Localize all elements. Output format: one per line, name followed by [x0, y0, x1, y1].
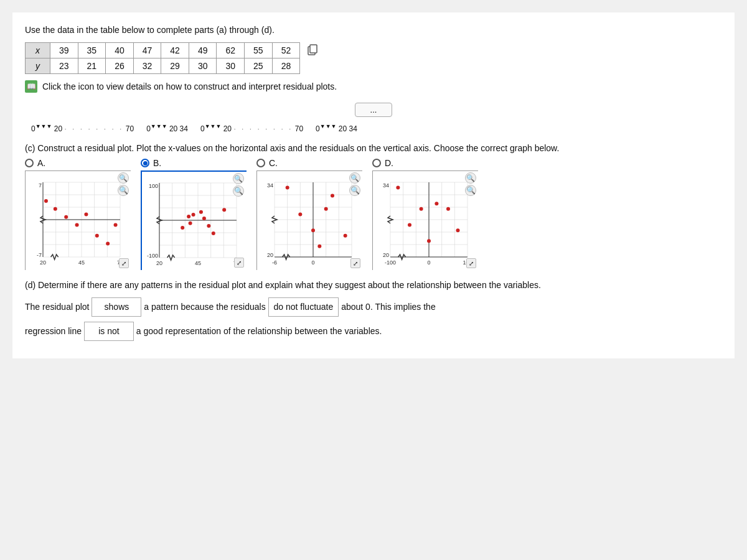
- expand-d-icon[interactable]: ⤢: [466, 258, 476, 268]
- radio-a[interactable]: [25, 159, 34, 167]
- x6: 49: [189, 43, 217, 58]
- zoom-in-b-icon[interactable]: 🔍: [233, 173, 244, 184]
- x3: 40: [106, 43, 134, 58]
- option-b-label[interactable]: B.: [141, 158, 161, 168]
- graph-c-container: 🔍 🔍 ⤢: [256, 170, 362, 270]
- graph-c-canvas: [257, 171, 363, 271]
- expand-a-icon[interactable]: ⤢: [119, 258, 129, 268]
- option-b: B. 🔍 🔍 ⤢: [141, 158, 247, 270]
- copy-icon[interactable]: [300, 43, 325, 58]
- do-not-fluctuate-fill[interactable]: do not fluctuate: [268, 297, 339, 317]
- option-a-label[interactable]: A.: [25, 158, 45, 168]
- option-b-text: B.: [153, 158, 161, 168]
- zoom-out-c-icon[interactable]: 🔍: [349, 185, 360, 196]
- radio-d[interactable]: [372, 159, 381, 167]
- data-table: x 39 35 40 47 42 49 62 55 52 y 23 21 26 …: [25, 42, 325, 74]
- residual-pre-1: The residual plot: [25, 302, 90, 312]
- zoom-in-d-icon[interactable]: 🔍: [465, 172, 476, 184]
- main-instruction: Use the data in the table below to compl…: [25, 25, 722, 35]
- graph-b-container: 🔍 🔍 ⤢: [141, 170, 247, 270]
- zoom-in-a-icon[interactable]: 🔍: [118, 172, 129, 184]
- x7: 62: [217, 43, 245, 58]
- zoom-out-a-icon[interactable]: 🔍: [118, 185, 129, 196]
- y2: 21: [78, 58, 106, 74]
- graph-a-canvas: [26, 171, 131, 271]
- y4: 32: [133, 58, 161, 74]
- residual-post-2: a good representation of the relationshi…: [136, 326, 382, 336]
- axis-seg-1: 0▼▼▼ 20 · · · · · · · · 70: [31, 123, 134, 133]
- residual-mid-1: a pattern because the residuals: [144, 302, 265, 312]
- x5: 42: [161, 43, 189, 58]
- x2: 35: [78, 43, 106, 58]
- y6: 30: [189, 58, 217, 74]
- option-d-text: D.: [385, 158, 393, 168]
- y-label: y: [26, 58, 50, 74]
- svg-rect-1: [310, 45, 317, 53]
- zoom-out-b-icon[interactable]: 🔍: [233, 185, 244, 197]
- option-c-label[interactable]: C.: [256, 158, 278, 168]
- graph-d-container: 🔍 🔍 ⤢: [372, 170, 478, 270]
- residual-post-1: about 0. This implies the: [341, 302, 436, 312]
- axis-seg-2: 0▼▼▼ 20 34: [146, 123, 188, 133]
- ellipsis-button[interactable]: ...: [355, 103, 392, 117]
- residual-pre-2: regression line: [25, 326, 82, 336]
- x9: 52: [272, 43, 300, 58]
- graph-b-canvas: [142, 172, 248, 271]
- expand-b-icon[interactable]: ⤢: [234, 258, 244, 268]
- residual-line-2: regression line is not a good representa…: [25, 322, 722, 341]
- x8: 55: [245, 43, 273, 58]
- section-c-instruction: (c) Construct a residual plot. Plot the …: [25, 143, 722, 153]
- radio-b[interactable]: [141, 159, 149, 167]
- y3: 26: [106, 58, 134, 74]
- book-icon[interactable]: 📖: [25, 80, 37, 93]
- section-d: (d) Determine if there are any patterns …: [25, 280, 722, 341]
- main-container: Use the data in the table below to compl…: [12, 12, 735, 358]
- option-c: C. 🔍 🔍 ⤢: [256, 158, 362, 270]
- y9: 28: [272, 58, 300, 74]
- y5: 29: [161, 58, 189, 74]
- x1: 39: [50, 43, 78, 58]
- click-icon-text: Click the icon to view details on how to…: [42, 82, 337, 91]
- option-a-text: A.: [37, 158, 45, 168]
- y8: 25: [245, 58, 273, 74]
- residual-line-1: The residual plot shows a pattern becaus…: [25, 297, 722, 317]
- option-c-text: C.: [269, 158, 278, 168]
- expand-c-icon[interactable]: ⤢: [350, 258, 360, 268]
- option-d: D. 🔍 🔍 ⤢: [372, 158, 478, 270]
- option-d-label[interactable]: D.: [372, 158, 393, 168]
- graphs-row: A. 🔍 🔍 ⤢ B. 🔍 🔍 ⤢: [25, 158, 722, 270]
- zoom-in-c-icon[interactable]: 🔍: [349, 172, 360, 184]
- axis-seg-3: 0▼▼▼ 20 · · · · · · · · 70: [200, 123, 303, 133]
- shows-fill[interactable]: shows: [92, 297, 141, 317]
- y1: 23: [50, 58, 78, 74]
- is-not-fill[interactable]: is not: [84, 322, 134, 341]
- x4: 47: [133, 43, 161, 58]
- y7: 30: [217, 58, 245, 74]
- x-label: x: [26, 43, 50, 58]
- graph-d-canvas: [373, 171, 479, 271]
- graph-a-container: 🔍 🔍 ⤢: [25, 170, 131, 270]
- zoom-out-d-icon[interactable]: 🔍: [465, 185, 476, 196]
- option-a: A. 🔍 🔍 ⤢: [25, 158, 131, 270]
- icon-instruction-row: 📖 Click the icon to view details on how …: [25, 80, 722, 93]
- radio-c[interactable]: [256, 159, 265, 167]
- axis-labels-row: 0▼▼▼ 20 · · · · · · · · 70 0▼▼▼ 20 34 0▼…: [25, 123, 722, 133]
- axis-seg-4: 0▼▼▼ 20 34: [316, 123, 357, 133]
- section-d-instruction: (d) Determine if there are any patterns …: [25, 280, 722, 290]
- section-c: (c) Construct a residual plot. Plot the …: [25, 143, 722, 270]
